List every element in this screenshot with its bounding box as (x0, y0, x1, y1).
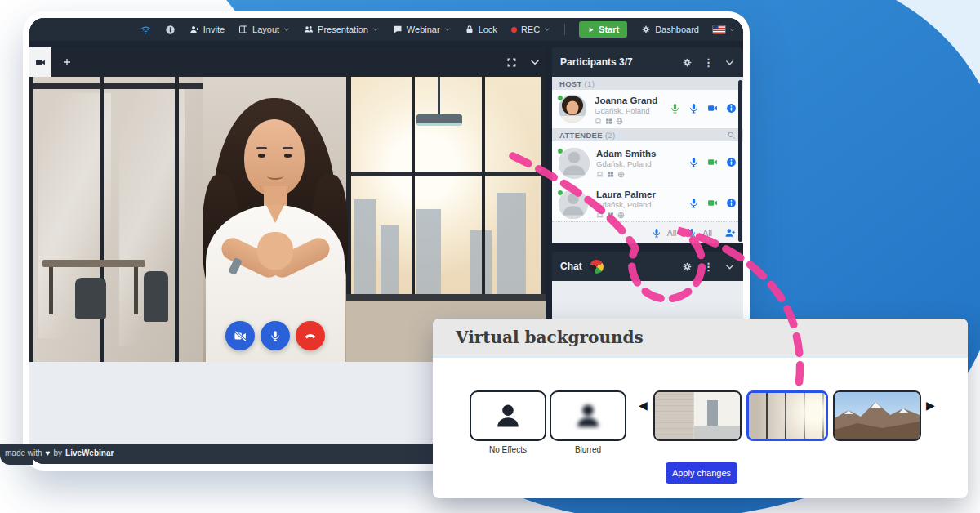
invite-label: Invite (203, 25, 225, 34)
desk (42, 260, 145, 267)
participant-row[interactable]: Laura Palmer Gdańsk, Poland (552, 185, 743, 221)
presentation-menu-item[interactable]: Presentation (304, 25, 379, 34)
window-frame (412, 77, 415, 301)
rec-label: REC (521, 25, 540, 34)
gear-icon[interactable] (682, 57, 693, 68)
host-count: (1) (585, 79, 595, 88)
chevron-down-icon[interactable] (724, 57, 735, 68)
info-icon[interactable] (726, 103, 737, 114)
webinar-menu-item[interactable]: Webinar (393, 25, 451, 34)
rec-menu-item[interactable]: REC (511, 25, 550, 34)
avatar (559, 148, 590, 179)
mic-icon[interactable] (688, 157, 699, 167)
lamp-rod (438, 77, 440, 114)
city-building (354, 199, 376, 297)
attendee-label: ATTENDEE (559, 131, 603, 140)
next-backgrounds-arrow[interactable]: ▶ (926, 399, 935, 411)
person-brow (256, 147, 267, 149)
laptop-icon (596, 212, 604, 219)
online-status-dot (557, 95, 564, 101)
language-selector[interactable] (713, 25, 735, 33)
mic-icon[interactable] (688, 103, 699, 114)
person-face (244, 119, 305, 196)
collapse-stage-icon[interactable] (529, 56, 541, 68)
participant-row-host[interactable]: Joanna Grand Gdańsk, Poland (552, 90, 743, 128)
person-smile (267, 172, 283, 180)
city-building (497, 193, 526, 297)
mic-active-icon[interactable] (670, 103, 680, 114)
fullscreen-icon[interactable] (506, 57, 517, 68)
host-section-bar: HOST (1) (552, 77, 743, 90)
add-user-icon[interactable] (724, 227, 736, 239)
rec-dot-icon (511, 27, 517, 33)
info-icon[interactable] (165, 25, 176, 35)
participants-body: HOST (1) Joanna Grand Gdańsk, Poland (552, 77, 743, 243)
invite-menu-item[interactable]: Invite (189, 25, 225, 34)
start-button[interactable]: Start (579, 21, 627, 38)
add-tab-button[interactable] (59, 54, 75, 70)
online-status-dot (557, 190, 564, 196)
blurred-label: Blurred (550, 445, 626, 454)
window-sill (346, 294, 546, 301)
person-brow (283, 147, 293, 149)
participant-location: Gdańsk, Poland (596, 200, 656, 209)
tab-camera[interactable] (29, 47, 51, 77)
chevron-down-icon[interactable] (724, 261, 735, 272)
chevron-down-icon (444, 26, 451, 33)
background-option-glass-office-selected[interactable] (746, 390, 828, 441)
layout-label: Layout (252, 25, 279, 34)
info-icon[interactable] (726, 198, 737, 208)
participant-location: Gdańsk, Poland (595, 106, 657, 115)
play-icon (587, 26, 595, 33)
browser-globe-icon (617, 212, 625, 219)
participant-row[interactable]: Adam Smiths Gdańsk, Poland (552, 141, 743, 185)
lock-icon (465, 25, 474, 34)
mountain-scene (835, 392, 920, 439)
layout-menu-item[interactable]: Layout (238, 25, 290, 34)
participants-title: Participants 3/7 (560, 56, 633, 68)
office-chair (75, 278, 106, 319)
hangup-button[interactable] (296, 321, 325, 350)
participants-actions-bar: All All (552, 221, 743, 243)
mute-all-icon[interactable] (687, 228, 697, 238)
microphone-button[interactable] (261, 321, 290, 350)
brand-name: LiveWebinar (65, 448, 114, 457)
more-options-icon[interactable]: ⋮ (703, 57, 714, 68)
info-icon[interactable] (726, 157, 737, 167)
chat-header: Chat ⋮ (552, 252, 743, 281)
virtual-backgrounds-modal: Virtual backgrounds ◀ ▶ No Effects Blurr… (433, 319, 968, 498)
city-building (416, 209, 441, 297)
camera-icon[interactable] (707, 103, 718, 114)
browser-globe-icon (617, 171, 625, 178)
chat-title: Chat (560, 261, 582, 272)
camera-off-button[interactable] (225, 321, 255, 350)
search-icon[interactable] (727, 131, 736, 140)
dashboard-label: Dashboard (655, 25, 699, 34)
no-effects-option[interactable] (470, 390, 546, 441)
participant-name: Laura Palmer (596, 190, 656, 199)
participants-scrollbar[interactable] (738, 80, 742, 242)
desk-leg (49, 267, 53, 314)
lock-menu-item[interactable]: Lock (465, 25, 497, 34)
person-silhouette-icon (559, 148, 590, 179)
laptop-icon (595, 118, 602, 125)
dashboard-menu-item[interactable]: Dashboard (641, 25, 699, 34)
camera-active-icon[interactable] (707, 157, 718, 167)
mic-icon[interactable] (688, 198, 699, 208)
camera-active-icon[interactable] (707, 198, 718, 208)
background-option-mountains[interactable] (833, 390, 921, 441)
window-frame (482, 77, 485, 301)
gear-icon[interactable] (682, 261, 693, 272)
blurred-option[interactable] (550, 390, 626, 441)
unmute-all-icon[interactable] (652, 228, 662, 238)
background-option-office-wall[interactable] (653, 390, 742, 441)
chevron-down-icon (544, 26, 550, 33)
apply-changes-button[interactable]: Apply changes (666, 462, 737, 484)
person-silhouette-icon (493, 401, 523, 430)
phone-down-icon (304, 329, 317, 342)
prev-backgrounds-arrow[interactable]: ◀ (639, 399, 648, 411)
participants-header: Participants 3/7 ⋮ (552, 47, 743, 77)
more-options-icon[interactable]: ⋮ (703, 261, 714, 272)
translate-globe-icon[interactable] (590, 260, 604, 274)
online-status-dot (557, 148, 564, 154)
